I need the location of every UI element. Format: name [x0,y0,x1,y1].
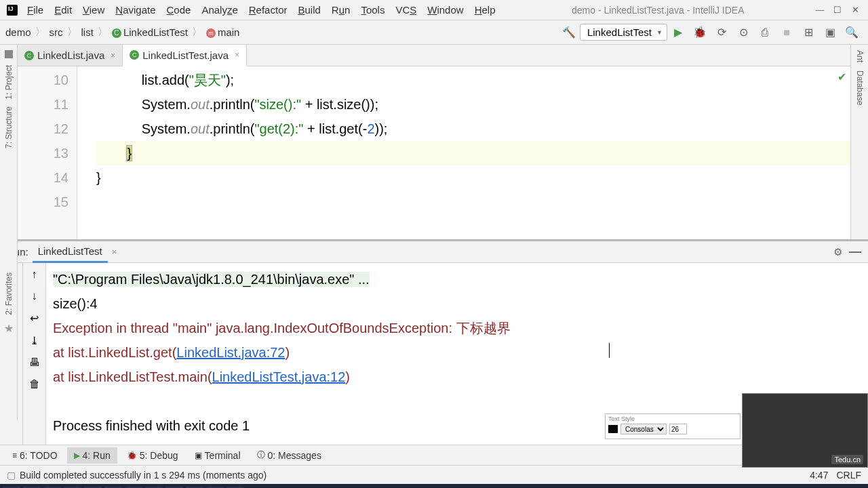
trash-icon[interactable]: 🗑 [29,378,40,390]
code-editor[interactable]: ✔ 10 11 12 13 14 15 list.add("昊天"); Syst… [18,66,850,239]
font-select[interactable]: Consolas [620,424,667,434]
menu-run[interactable]: Run [326,1,356,18]
search-icon[interactable]: 🔍 [844,24,860,41]
close-button[interactable]: ✕ [850,5,860,15]
console-exception: Exception in thread "main" java.lang.Ind… [53,316,861,340]
line-ending: CRLF [836,470,861,481]
up-stacktrace-icon[interactable]: ↑ [32,268,37,281]
menu-tools[interactable]: Tools [355,1,390,18]
ant-tool-button[interactable]: Ant [855,50,865,62]
chevron-right-icon: 〉 [98,26,108,39]
todo-tab[interactable]: ≡6: TODO [5,447,64,464]
coverage-icon[interactable]: ⟳ [713,24,730,41]
debug-button[interactable]: 🐞 [692,24,708,41]
chevron-right-icon: 〉 [192,26,202,39]
breadcrumb-method[interactable]: mmain [206,26,240,38]
structure-tool-button[interactable]: 7: Structure [4,106,14,148]
gear-icon[interactable]: ⚙ [833,246,842,258]
menu-navigate[interactable]: Navigate [110,1,161,18]
windows-taskbar [0,484,868,488]
star-icon[interactable]: ★ [4,322,14,335]
console-stacktrace-line: at list.LinkedList.get(LinkedList.java:7… [53,340,861,365]
run-button[interactable]: ▶ [670,24,686,41]
project-structure-icon[interactable]: ▣ [822,24,838,41]
app-logo-icon [7,5,18,16]
stacktrace-link[interactable]: LinkedListTest.java:12 [212,369,346,384]
chevron-right-icon: 〉 [35,26,45,39]
update-icon[interactable]: ⊞ [800,24,816,41]
close-icon[interactable]: × [235,50,239,60]
profile-icon[interactable]: ⊙ [735,24,751,41]
breadcrumb-pkg[interactable]: list [81,26,94,38]
status-bar: ▢ Build completed successfully in 1 s 29… [0,465,868,484]
menu-build[interactable]: Build [292,1,326,18]
menu-view[interactable]: View [77,1,110,18]
watermark: Tedu.cn [831,455,863,464]
text-style-title: Text Style [608,415,737,422]
stacktrace-link[interactable]: LinkedList.java:72 [176,345,285,360]
window-icon[interactable]: ▢ [7,470,16,481]
breadcrumb: demo 〉 src 〉 list 〉 CLinkedListTest 〉 mm… [5,26,239,39]
close-icon[interactable]: × [112,247,117,257]
menu-vcs[interactable]: VCS [390,1,422,18]
class-icon: C [24,51,34,60]
webcam-overlay: Tedu.cn [742,393,868,468]
debug-tab[interactable]: 🐞5: Debug [120,447,185,464]
menu-edit[interactable]: Edit [49,1,77,18]
project-tool-button[interactable]: 1: Project [4,65,14,100]
close-icon[interactable]: × [111,51,115,60]
scroll-to-end-icon[interactable]: ⤓ [30,334,39,347]
method-icon: m [206,28,216,38]
text-style-panel[interactable]: Text Style Consolas [605,413,741,439]
breadcrumb-class[interactable]: CLinkedListTest [112,26,188,38]
bottom-tool-tabs: ≡6: TODO ▶4: Run 🐞5: Debug ▣Terminal ⓘ0:… [0,445,868,465]
run-tab[interactable]: ▶4: Run [67,447,117,464]
maximize-button[interactable]: ☐ [833,5,842,15]
tab-label: LinkedList.java [37,49,104,61]
editor-tab-linkedlist[interactable]: C LinkedList.java × [18,45,123,66]
folder-icon[interactable] [5,50,13,58]
caret-position: 4:47 [810,470,828,481]
run-panel-header: Run: LinkedListTest × ⚙ — [0,241,868,263]
messages-tab[interactable]: ⓘ0: Messages [250,447,328,464]
navigation-bar: demo 〉 src 〉 list 〉 CLinkedListTest 〉 mm… [0,20,868,45]
right-tool-strip: Ant Database [850,45,868,239]
minimize-button[interactable]: — [815,5,825,15]
menu-window[interactable]: Window [422,1,469,18]
menu-help[interactable]: Help [469,1,501,18]
status-message: Build completed successfully in 1 s 294 … [20,470,267,481]
editor-tabs: C LinkedList.java × C LinkedListTest.jav… [18,45,850,66]
font-size-input[interactable] [669,424,687,434]
menu-refactor[interactable]: Refactor [243,1,293,18]
console-command: "C:\Program Files\Java\jdk1.8.0_241\bin\… [53,272,370,287]
menu-file[interactable]: File [22,1,49,18]
class-icon: C [112,28,121,38]
print-icon[interactable]: 🖶 [29,357,40,369]
favorites-tool-button[interactable]: 2: Favorites [4,272,14,315]
bug-icon: 🐞 [127,451,137,460]
title-bar: File Edit View Navigate Code Analyze Ref… [0,0,868,20]
build-icon[interactable]: 🔨 [561,24,577,41]
terminal-tab[interactable]: ▣Terminal [188,447,248,464]
color-swatch[interactable] [608,425,618,433]
tab-label: LinkedListTest.java [142,49,229,61]
breadcrumb-project[interactable]: demo [5,26,31,38]
down-stacktrace-icon[interactable]: ↓ [32,290,37,302]
list-icon: ≡ [12,451,17,460]
breadcrumb-src[interactable]: src [50,26,63,38]
database-tool-button[interactable]: Database [855,70,865,105]
stop-button[interactable]: ■ [778,24,795,41]
console-stdout: size():4 [53,291,861,316]
soft-wrap-icon[interactable]: ↩ [30,312,39,325]
run-config-dropdown[interactable]: LinkedListTest [580,24,667,41]
editor-tab-linkedlisttest[interactable]: C LinkedListTest.java × [123,45,247,66]
code-area[interactable]: list.add("昊天"); System.out.println("size… [77,66,850,239]
run-panel-config-tab[interactable]: LinkedListTest [33,241,108,263]
hide-panel-icon[interactable]: — [849,245,861,259]
left-favorites-strip: 2: Favorites ★ [0,239,18,420]
attach-icon[interactable]: ⎙ [757,24,773,41]
terminal-icon: ▣ [195,451,202,460]
play-icon: ▶ [74,451,80,460]
menu-code[interactable]: Code [161,1,197,18]
menu-analyze[interactable]: Analyze [196,1,243,18]
